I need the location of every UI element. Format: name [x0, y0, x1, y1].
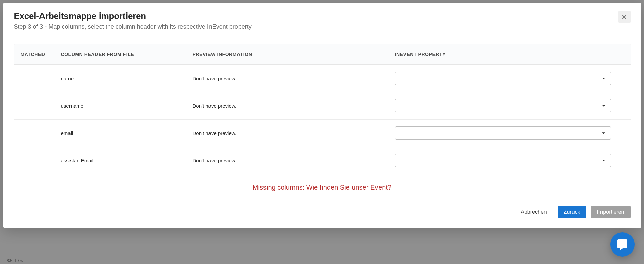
import-button[interactable]: Importieren [591, 206, 631, 218]
cell-preview: Don't have preview. [186, 174, 388, 176]
table-row: email Don't have preview. [14, 120, 631, 147]
mapping-table-wrap: MATCHED COLUMN HEADER FROM FILE PREVIEW … [14, 44, 631, 176]
cell-property [388, 92, 631, 120]
cell-matched [14, 65, 54, 92]
cell-matched [14, 120, 54, 147]
property-select[interactable] [395, 126, 611, 140]
cell-preview: Don't have preview. [186, 147, 388, 174]
cell-column-header: name [54, 65, 186, 92]
table-row: username Don't have preview. [14, 92, 631, 120]
chat-launcher[interactable] [610, 232, 635, 257]
cell-matched [14, 92, 54, 120]
close-button[interactable] [618, 11, 631, 23]
cell-matched [14, 174, 54, 176]
th-matched: MATCHED [14, 44, 54, 65]
mapping-table-scroll[interactable]: MATCHED COLUMN HEADER FROM FILE PREVIEW … [14, 44, 631, 176]
th-property: INEVENT PROPERTY [388, 44, 631, 65]
table-row: assistantEmail Don't have preview. [14, 147, 631, 174]
cell-matched [14, 147, 54, 174]
modal-backdrop: Excel-Arbeitsmappe importieren Step 3 of… [0, 0, 644, 264]
table-row: name Don't have preview. [14, 65, 631, 92]
import-modal: Excel-Arbeitsmappe importieren Step 3 of… [3, 3, 641, 228]
cell-preview: Don't have preview. [186, 120, 388, 147]
cell-column-header: password [54, 174, 186, 176]
property-select[interactable] [395, 99, 611, 112]
back-button[interactable]: Zurück [558, 206, 586, 218]
cell-property [388, 174, 631, 176]
title-block: Excel-Arbeitsmappe importieren Step 3 of… [14, 11, 252, 30]
property-select[interactable] [395, 154, 611, 167]
table-row: password Don't have preview. [14, 174, 631, 176]
modal-footer: Abbrechen Zurück Importieren [14, 206, 631, 218]
cell-preview: Don't have preview. [186, 65, 388, 92]
cancel-button[interactable]: Abbrechen [514, 206, 553, 218]
modal-title: Excel-Arbeitsmappe importieren [14, 11, 252, 21]
cell-column-header: assistantEmail [54, 147, 186, 174]
missing-columns-message: Missing columns: Wie finden Sie unser Ev… [14, 184, 631, 191]
property-select[interactable] [395, 72, 611, 85]
cell-preview: Don't have preview. [186, 92, 388, 120]
cell-property [388, 65, 631, 92]
cell-property [388, 120, 631, 147]
mapping-table: MATCHED COLUMN HEADER FROM FILE PREVIEW … [14, 44, 631, 176]
cell-column-header: email [54, 120, 186, 147]
close-icon [621, 14, 628, 20]
modal-header: Excel-Arbeitsmappe importieren Step 3 of… [14, 11, 631, 30]
th-column-header: COLUMN HEADER FROM FILE [54, 44, 186, 65]
cell-property [388, 147, 631, 174]
chat-icon [616, 238, 628, 250]
th-preview: PREVIEW INFORMATION [186, 44, 388, 65]
cell-column-header: username [54, 92, 186, 120]
modal-subtitle: Step 3 of 3 - Map columns, select the co… [14, 23, 252, 30]
